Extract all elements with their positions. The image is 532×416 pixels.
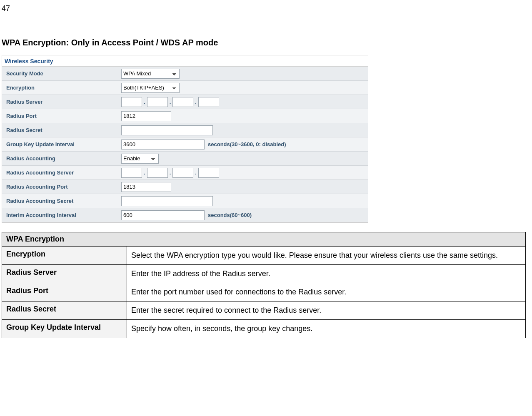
input-group-key-interval[interactable]: [121, 139, 205, 149]
table-row: Radius Server Enter the IP address of th…: [2, 265, 526, 283]
label-group-key-interval: Group Key Update Interval: [2, 139, 119, 150]
field-interim-interval: seconds(60~600): [119, 209, 368, 222]
input-radius-server-octet-2[interactable]: [147, 97, 168, 107]
row-radius-accounting: Radius Accounting Enable: [2, 152, 368, 166]
input-radius-server-octet-1[interactable]: [121, 97, 142, 107]
field-radius-port: [119, 110, 368, 123]
suffix-group-key-interval: seconds(30~3600, 0: disabled): [208, 141, 286, 147]
label-radius-accounting: Radius Accounting: [2, 153, 119, 164]
field-radius-server: . . .: [119, 95, 368, 109]
input-radius-server-octet-4[interactable]: [198, 97, 219, 107]
table-row: Encryption Select the WPA encryption typ…: [2, 247, 526, 265]
select-encryption[interactable]: Both(TKIP+AES): [121, 83, 180, 93]
input-radius-acct-port[interactable]: [121, 182, 171, 192]
dot-separator: .: [144, 169, 145, 176]
definition-key: Radius Server: [2, 265, 127, 283]
dot-separator: .: [170, 169, 171, 176]
definition-key: Radius Secret: [2, 301, 127, 320]
suffix-interim-interval: seconds(60~600): [208, 212, 252, 218]
label-radius-acct-server: Radius Accounting Server: [2, 167, 119, 178]
input-radius-acct-server-octet-4[interactable]: [198, 168, 219, 178]
field-radius-acct-port: [119, 180, 368, 194]
table-row: Radius Secret Enter the secret required …: [2, 301, 526, 320]
label-radius-acct-port: Radius Accounting Port: [2, 181, 119, 192]
field-radius-acct-server: . . .: [119, 166, 368, 179]
definitions-header-row: WPA Encryption: [2, 232, 526, 247]
select-radius-accounting[interactable]: Enable: [121, 154, 159, 164]
definition-key: Group Key Update Interval: [2, 320, 127, 338]
definition-desc: Select the WPA encryption type you would…: [127, 247, 526, 265]
field-group-key-interval: seconds(30~3600, 0: disabled): [119, 138, 368, 151]
dot-separator: .: [144, 99, 145, 105]
row-radius-port: Radius Port: [2, 109, 368, 123]
field-radius-secret: [119, 124, 368, 137]
input-radius-port[interactable]: [121, 111, 171, 121]
field-radius-accounting: Enable: [119, 152, 368, 165]
input-radius-acct-server-octet-3[interactable]: [172, 168, 193, 178]
input-radius-secret[interactable]: [121, 125, 213, 135]
input-radius-server-octet-3[interactable]: [172, 97, 193, 107]
wireless-security-screenshot: Wireless Security Security Mode WPA Mixe…: [2, 55, 368, 223]
row-radius-server: Radius Server . . .: [2, 95, 368, 109]
label-interim-interval: Interim Accounting Interval: [2, 209, 119, 221]
label-encryption: Encryption: [2, 82, 119, 93]
row-radius-secret: Radius Secret: [2, 123, 368, 137]
dot-separator: .: [195, 169, 197, 176]
field-security-mode: WPA Mixed: [119, 67, 368, 80]
row-radius-acct-server: Radius Accounting Server . . .: [2, 166, 368, 180]
label-security-mode: Security Mode: [2, 68, 119, 79]
row-interim-interval: Interim Accounting Interval seconds(60~6…: [2, 208, 368, 222]
page-number: 47: [2, 4, 530, 13]
dot-separator: .: [195, 99, 197, 105]
field-encryption: Both(TKIP+AES): [119, 81, 368, 95]
dot-separator: .: [170, 99, 171, 105]
definition-key: Radius Port: [2, 283, 127, 301]
label-radius-server: Radius Server: [2, 96, 119, 107]
screenshot-title: Wireless Security: [2, 55, 368, 67]
label-radius-secret: Radius Secret: [2, 125, 119, 136]
definition-desc: Enter the IP address of the Radius serve…: [127, 265, 526, 283]
label-radius-acct-secret: Radius Accounting Secret: [2, 195, 119, 207]
input-radius-acct-server-octet-1[interactable]: [121, 168, 142, 178]
table-row: Radius Port Enter the port number used f…: [2, 283, 526, 301]
section-heading: WPA Encryption: Only in Access Point / W…: [2, 38, 530, 47]
table-row: Group Key Update Interval Specify how of…: [2, 320, 526, 338]
label-radius-port: Radius Port: [2, 110, 119, 122]
select-security-mode[interactable]: WPA Mixed: [121, 69, 180, 79]
row-radius-acct-port: Radius Accounting Port: [2, 180, 368, 194]
definitions-header: WPA Encryption: [2, 232, 526, 247]
definitions-table: WPA Encryption Encryption Select the WPA…: [2, 232, 526, 338]
definition-desc: Enter the secret required to connect to …: [127, 301, 526, 320]
input-interim-interval[interactable]: [121, 210, 205, 220]
definition-desc: Enter the port number used for connectio…: [127, 283, 526, 301]
row-security-mode: Security Mode WPA Mixed: [2, 67, 368, 81]
definition-desc: Specify how often, in seconds, the group…: [127, 320, 526, 338]
row-encryption: Encryption Both(TKIP+AES): [2, 81, 368, 95]
row-group-key-interval: Group Key Update Interval seconds(30~360…: [2, 137, 368, 152]
input-radius-acct-server-octet-2[interactable]: [147, 168, 168, 178]
input-radius-acct-secret[interactable]: [121, 196, 213, 206]
row-radius-acct-secret: Radius Accounting Secret: [2, 194, 368, 208]
document-page: 47 WPA Encryption: Only in Access Point …: [0, 0, 532, 355]
screenshot-body: Security Mode WPA Mixed Encryption Both(…: [2, 67, 368, 222]
field-radius-acct-secret: [119, 194, 368, 208]
definition-key: Encryption: [2, 247, 127, 265]
